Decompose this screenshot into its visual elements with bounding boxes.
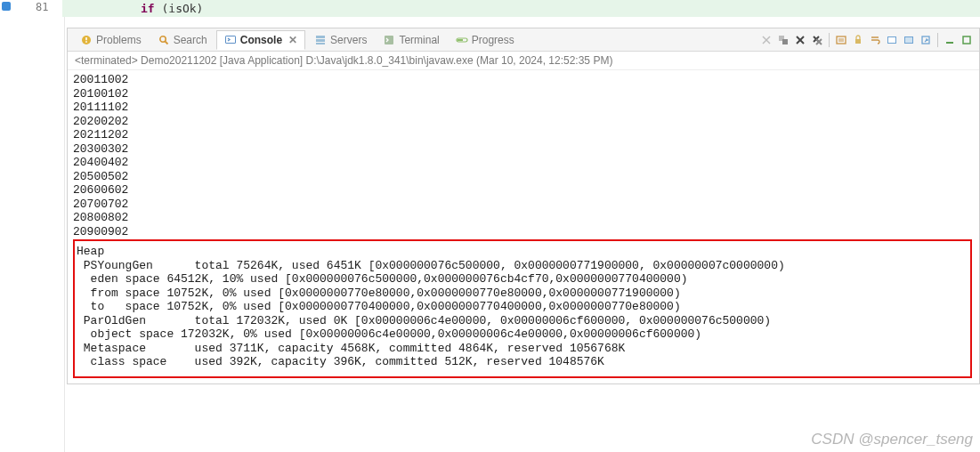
editor-code-snippet: if (isOk) [69,2,203,15]
maximize-icon[interactable] [960,33,974,47]
tab-label: Servers [330,34,367,46]
display-selected-icon[interactable] [885,33,899,47]
console-text-heap: Heap PSYoungGen total 75264K, used 6451K… [77,245,968,369]
svg-rect-33 [963,36,970,44]
svg-rect-1 [85,37,87,40]
svg-rect-9 [316,43,325,44]
warning-icon [80,34,93,46]
open-console-icon[interactable] [919,33,933,47]
minimize-icon[interactable] [943,33,957,47]
svg-rect-8 [316,39,325,42]
toolbar-separator [829,33,830,47]
heap-highlight-box: Heap PSYoungGen total 75264K, used 6451K… [73,239,972,378]
bottom-panel: Problems Search Console ✕ Servers [67,28,980,384]
toolbar-separator [937,33,938,47]
remove-all-icon[interactable] [776,33,790,47]
svg-rect-7 [316,36,325,38]
scroll-lock-icon[interactable] [851,33,865,47]
svg-rect-16 [782,39,788,44]
remove-icon[interactable] [793,33,807,47]
tab-label: Search [174,34,207,46]
code-rest: (isOk) [155,2,204,15]
vertical-ruler [64,0,65,452]
svg-rect-30 [905,37,912,43]
svg-rect-12 [458,39,463,41]
word-wrap-icon[interactable] [868,33,882,47]
svg-rect-28 [888,37,895,43]
pin-console-icon[interactable] [902,33,916,47]
tab-bar: Problems Search Console ✕ Servers [68,28,979,52]
tab-label: Progress [472,34,514,46]
svg-rect-32 [946,42,953,44]
svg-line-4 [165,41,167,44]
line-number: 81 [36,1,48,14]
svg-rect-23 [837,36,846,44]
terminal-icon [383,34,395,46]
cross-out-icon[interactable] [759,33,773,47]
console-output[interactable]: 20011002 20100102 20111102 20200202 2021… [68,70,979,383]
servers-icon [314,34,327,46]
remove-all-launches-icon[interactable] [810,33,824,47]
editor-marker-icon [2,2,11,11]
tab-progress[interactable]: Progress [449,31,522,49]
watermark: CSDN @spencer_tseng [811,431,973,448]
tab-label: Terminal [399,34,439,46]
svg-rect-26 [855,39,861,44]
tab-label: Problems [96,34,142,46]
svg-point-3 [159,36,165,41]
svg-rect-10 [385,36,393,44]
console-icon [224,34,237,46]
svg-rect-31 [922,36,929,44]
tab-servers[interactable]: Servers [307,31,374,49]
svg-rect-2 [85,41,87,43]
console-text-numbers: 20011002 20100102 20111102 20200202 2021… [73,73,974,238]
launch-context: <terminated> Demo20211202 [Java Applicat… [68,52,979,70]
tab-label: Console [240,34,282,46]
tab-search[interactable]: Search [150,31,215,49]
progress-icon [456,34,468,46]
clear-console-icon[interactable] [834,33,848,47]
tab-console[interactable]: Console ✕ [216,30,305,50]
close-icon[interactable]: ✕ [288,34,297,46]
console-toolbar [759,33,974,47]
editor-line: 81 if (isOk) [0,0,980,17]
search-icon [158,34,170,46]
keyword: if [141,2,155,15]
tab-problems[interactable]: Problems [73,31,149,49]
tab-terminal[interactable]: Terminal [376,31,446,49]
